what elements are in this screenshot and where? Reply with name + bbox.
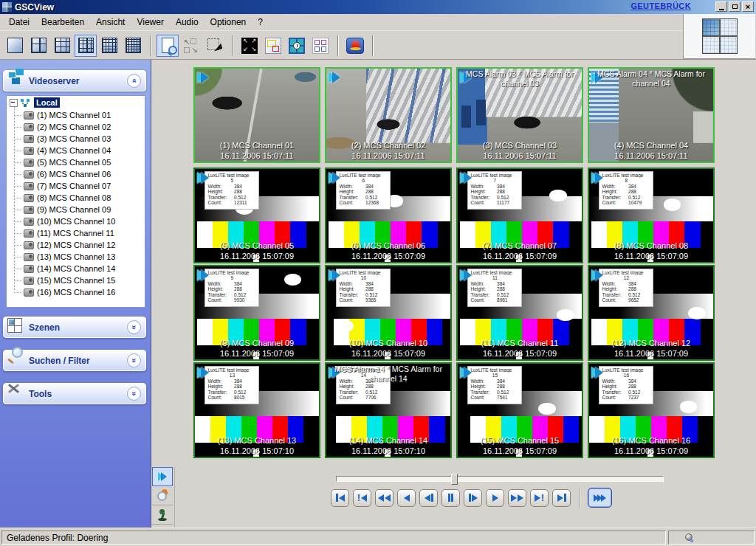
- pattern-info-title: LuxLITE test image: [339, 270, 388, 276]
- video-cell-10[interactable]: LuxLITE test image10Width:384Height:288T…: [325, 265, 452, 361]
- video-cell-12[interactable]: LuxLITE test image12Width:384Height:288T…: [588, 265, 715, 361]
- camera-timestamp: 16.11.2006 15:07:10: [326, 446, 450, 455]
- alarm-button[interactable]: [344, 35, 366, 57]
- menu-item-5[interactable]: Optionen: [205, 15, 252, 30]
- layout-5x5-button[interactable]: [98, 35, 120, 57]
- pause-button[interactable]: [441, 489, 460, 507]
- timeline-thumb[interactable]: [451, 474, 458, 485]
- play-backward-button[interactable]: [397, 489, 416, 507]
- tree-item[interactable]: (16) MCS Channel 16: [7, 286, 145, 298]
- live-button[interactable]: [588, 488, 612, 508]
- video-cell-16[interactable]: LuxLITE test image16Width:384Height:288T…: [588, 362, 715, 458]
- jump-end-button[interactable]: [552, 489, 571, 507]
- tree-item[interactable]: (5) MCS Channel 05: [7, 156, 145, 168]
- tree-item[interactable]: (14) MCS Channel 14: [7, 263, 145, 274]
- section-label: Tools: [29, 389, 52, 399]
- menu-item-6[interactable]: ?: [252, 15, 269, 30]
- sidebar-section-szenen[interactable]: Szenen »: [3, 317, 146, 338]
- layout-4x4-button[interactable]: [75, 35, 97, 57]
- video-cell-6[interactable]: LuxLITE test image6Width:384Height:288Tr…: [325, 167, 452, 263]
- tree-item[interactable]: (6) MCS Channel 06: [7, 168, 145, 180]
- jump-start-button[interactable]: [331, 489, 349, 507]
- swap-view-button[interactable]: ↖↘: [180, 35, 202, 57]
- video-cell-15[interactable]: LuxLITE test image15Width:384Height:288T…: [456, 362, 583, 458]
- live-stream-button[interactable]: [152, 467, 173, 486]
- bar-glyph: [564, 494, 566, 502]
- pattern-info-height: Height:288: [470, 189, 519, 195]
- tree-item[interactable]: (4) MCS Channel 04: [7, 145, 145, 156]
- next-alarm-button[interactable]: !: [530, 489, 549, 507]
- brand-link[interactable]: GEUTEBRÜCK: [630, 1, 691, 10]
- sidebar-section-videoserver[interactable]: Videoserver »: [3, 70, 146, 91]
- expand-chevron-icon[interactable]: »: [127, 320, 141, 334]
- joystick-button[interactable]: [152, 505, 173, 525]
- video-cell-13[interactable]: LuxLITE test image13Width:384Height:288T…: [193, 362, 320, 458]
- tree-item[interactable]: (11) MCS Channel 11: [7, 227, 145, 239]
- expand-chevron-icon[interactable]: »: [127, 387, 141, 401]
- video-cell-5[interactable]: LuxLITE test image5Width:384Height:288Tr…: [193, 167, 320, 263]
- tree-item[interactable]: (3) MCS Channel 03: [7, 133, 145, 145]
- pip-button[interactable]: [262, 35, 284, 57]
- step-back-button[interactable]: [419, 489, 438, 507]
- scenes-icon: [7, 318, 22, 333]
- main-area: (1) MCS Channel 0116.11.2006 15:07:11(2)…: [151, 60, 756, 528]
- fullscreen-button[interactable]: ↖↗↙↘: [238, 35, 261, 57]
- tree-expander-icon[interactable]: [10, 99, 18, 107]
- fast-forward-button[interactable]: [508, 489, 526, 507]
- restore-button[interactable]: [729, 1, 740, 12]
- layout-6x6-button[interactable]: [122, 35, 144, 57]
- menu-item-1[interactable]: Bearbeiten: [35, 15, 90, 30]
- tree-item-local[interactable]: Local: [7, 96, 145, 109]
- tree-item[interactable]: (2) MCS Channel 02: [7, 121, 145, 133]
- tree-item[interactable]: (15) MCS Channel 15: [7, 274, 145, 286]
- pattern-info-transfer: Transfer:0.512: [470, 390, 519, 395]
- menu-item-3[interactable]: Viewer: [131, 15, 169, 30]
- video-cell-9[interactable]: LuxLITE test image9Width:384Height:288Tr…: [193, 265, 320, 361]
- layout-1x1-button[interactable]: [4, 35, 26, 57]
- preview-mode-button[interactable]: [157, 35, 179, 57]
- tree-item[interactable]: (8) MCS Channel 08: [7, 192, 145, 204]
- sidebar-section-tools[interactable]: Tools »: [3, 383, 146, 404]
- app-icon: [2, 2, 12, 12]
- sidebar-section-suchen-filter[interactable]: Suchen / Filter »: [3, 350, 146, 371]
- play-button[interactable]: [486, 489, 504, 507]
- tree-item[interactable]: (1) MCS Channel 01: [7, 109, 145, 121]
- tree-item[interactable]: (10) MCS Channel 10: [7, 215, 145, 227]
- video-cell-1[interactable]: (1) MCS Channel 0116.11.2006 15:07:11: [193, 67, 320, 163]
- camera-timestamp: 16.11.2006 15:07:10: [195, 446, 319, 455]
- tree-item[interactable]: (12) MCS Channel 12: [7, 239, 145, 251]
- playback-mode-strip: [152, 467, 175, 528]
- tree-item[interactable]: (7) MCS Channel 07: [7, 180, 145, 192]
- step-forward-button[interactable]: [464, 489, 482, 507]
- pattern-info-height: Height:288: [339, 286, 388, 292]
- multiview-button[interactable]: [309, 35, 331, 57]
- layout-2x2-button[interactable]: [27, 35, 49, 57]
- video-cell-2[interactable]: (2) MCS Channel 0216.11.2006 15:07:11: [325, 67, 452, 163]
- video-cell-3[interactable]: MCS Alarm 03 * MCS Alarm for channel 03(…: [456, 67, 583, 163]
- live-stream-icon: [460, 172, 472, 184]
- menu-item-0[interactable]: Datei: [3, 15, 35, 30]
- camera-label: (7) MCS Channel 07: [458, 241, 582, 250]
- video-cell-11[interactable]: LuxLITE test image11Width:384Height:288T…: [456, 265, 583, 361]
- menu-item-4[interactable]: Audio: [170, 15, 205, 30]
- sequence-button[interactable]: [286, 35, 308, 57]
- select-view-button[interactable]: [204, 35, 226, 57]
- layout-3x3-button[interactable]: [51, 35, 73, 57]
- video-cell-4[interactable]: MCS Alarm 04 * MCS Alarm for channel 04(…: [588, 67, 715, 163]
- search-image-button[interactable]: [152, 486, 173, 505]
- menu-item-2[interactable]: Ansicht: [90, 15, 131, 30]
- pattern-info-channel: 13: [207, 373, 256, 379]
- minimize-button[interactable]: [715, 1, 727, 12]
- video-cell-7[interactable]: LuxLITE test image7Width:384Height:288Tr…: [456, 167, 583, 263]
- tools-icon: [6, 380, 25, 399]
- tree-item[interactable]: (9) MCS Channel 09: [7, 204, 145, 215]
- close-button[interactable]: ×: [742, 1, 754, 12]
- prev-alarm-button[interactable]: !: [353, 489, 371, 507]
- video-cell-8[interactable]: LuxLITE test image8Width:384Height:288Tr…: [588, 167, 715, 263]
- tree-item[interactable]: (13) MCS Channel 13: [7, 251, 145, 263]
- expand-chevron-icon[interactable]: »: [127, 353, 141, 367]
- fast-rewind-button[interactable]: [375, 489, 394, 507]
- timeline-slider[interactable]: [336, 476, 664, 482]
- collapse-chevron-icon[interactable]: »: [127, 74, 141, 88]
- video-cell-14[interactable]: LuxLITE test image14Width:384Height:288T…: [325, 362, 452, 458]
